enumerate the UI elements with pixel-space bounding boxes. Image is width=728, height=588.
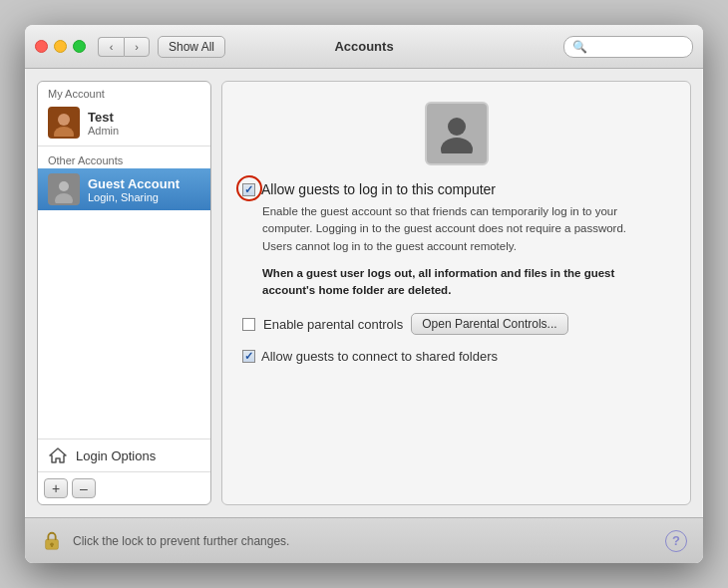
guest-account-role: Login, Sharing: [88, 191, 200, 203]
remove-account-button[interactable]: –: [72, 478, 96, 498]
other-accounts-label: Other Accounts: [38, 148, 210, 168]
parental-controls-label: Enable parental controls: [263, 317, 403, 332]
nav-buttons: ‹ ›: [98, 37, 150, 57]
forward-button[interactable]: ›: [124, 37, 150, 57]
login-options-label: Login Options: [76, 448, 156, 463]
svg-point-7: [448, 118, 466, 136]
add-account-button[interactable]: +: [44, 478, 68, 498]
guest-account-item[interactable]: Guest Account Login, Sharing: [38, 168, 210, 210]
show-all-button[interactable]: Show All: [158, 36, 225, 58]
back-button[interactable]: ‹: [98, 37, 124, 57]
shared-folders-label: Allow guests to connect to shared folder…: [261, 349, 498, 364]
house-icon: [48, 445, 68, 465]
sidebar-bottom: + –: [38, 471, 210, 504]
shared-folders-row: Allow guests to connect to shared folder…: [242, 349, 498, 364]
test-account-role: Admin: [88, 125, 200, 137]
sidebar-spacer: [38, 210, 210, 439]
search-icon: 🔍: [572, 40, 587, 54]
allow-guests-checkbox[interactable]: [242, 183, 255, 196]
person-silhouette-icon: [439, 114, 475, 153]
svg-marker-6: [50, 448, 66, 462]
test-account-item[interactable]: Test Admin: [38, 102, 210, 144]
traffic-lights: [35, 40, 86, 53]
search-box[interactable]: 🔍: [563, 36, 693, 58]
logout-description: When a guest user logs out, all informat…: [262, 265, 641, 300]
my-account-label: My Account: [38, 82, 210, 102]
guest-avatar-large: [425, 102, 489, 165]
close-button[interactable]: [35, 40, 48, 53]
sidebar: My Account Test Admin Other Accounts: [37, 81, 211, 505]
test-avatar-image: [50, 109, 78, 137]
guest-avatar-image: [50, 175, 78, 203]
sidebar-divider: [38, 146, 210, 147]
guest-avatar: [48, 173, 80, 205]
allow-guests-description: Enable the guest account so that friends…: [262, 203, 641, 255]
search-input[interactable]: [591, 40, 684, 54]
lock-svg: [42, 530, 62, 552]
detail-panel: Allow guests to log in to this computer …: [221, 81, 691, 505]
minimize-button[interactable]: [54, 40, 67, 53]
svg-point-8: [441, 138, 473, 153]
window-title: Accounts: [334, 39, 393, 54]
open-parental-controls-button[interactable]: Open Parental Controls...: [411, 313, 567, 335]
svg-point-4: [59, 181, 69, 191]
svg-point-1: [58, 114, 70, 126]
maximize-button[interactable]: [73, 40, 86, 53]
main-window: ‹ › Show All Accounts 🔍 My Account: [25, 25, 703, 563]
test-avatar: [48, 107, 80, 139]
main-content: My Account Test Admin Other Accounts: [25, 69, 703, 517]
login-options-item[interactable]: Login Options: [38, 439, 210, 471]
test-account-info: Test Admin: [88, 110, 200, 137]
guest-account-info: Guest Account Login, Sharing: [88, 176, 200, 203]
allow-guests-row[interactable]: Allow guests to log in to this computer: [242, 181, 496, 197]
shared-folders-checkbox[interactable]: [242, 350, 255, 363]
svg-rect-11: [51, 544, 53, 547]
parental-controls-row: Enable parental controls Open Parental C…: [242, 313, 568, 335]
guest-account-name: Guest Account: [88, 176, 200, 191]
test-account-name: Test: [88, 110, 200, 125]
titlebar: ‹ › Show All Accounts 🔍: [25, 25, 703, 69]
allow-guests-label: Allow guests to log in to this computer: [261, 181, 496, 197]
footer: Click the lock to prevent further change…: [25, 517, 703, 563]
parental-controls-checkbox[interactable]: [242, 318, 255, 331]
footer-lock-text: Click the lock to prevent further change…: [73, 534, 289, 548]
help-button[interactable]: ?: [665, 530, 687, 552]
lock-icon[interactable]: [41, 529, 63, 553]
